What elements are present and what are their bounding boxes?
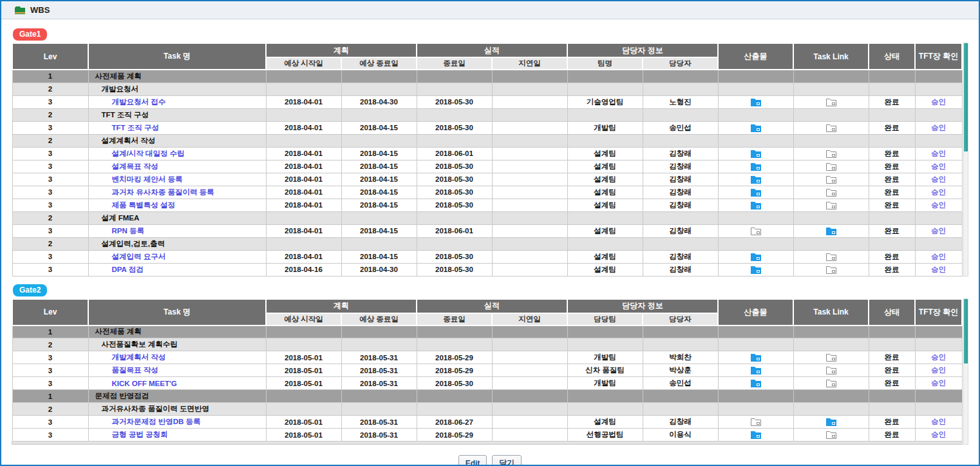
folder-outline-icon[interactable] — [826, 162, 836, 171]
deliverable-folder-icon[interactable] — [751, 124, 761, 132]
task-name-link[interactable]: DPA 점검 — [112, 266, 144, 273]
folder-outline-icon[interactable] — [826, 253, 836, 261]
folder-outline-icon[interactable] — [826, 379, 836, 387]
task-name-link[interactable]: KICK OFF MEET'G — [112, 380, 177, 387]
folder-outline-icon[interactable] — [751, 227, 761, 235]
folder-outline-icon[interactable] — [826, 188, 836, 197]
folder-outline-icon[interactable] — [826, 266, 836, 274]
owner-cell: 김창래 — [643, 263, 718, 276]
status-cell: 완료 — [869, 364, 915, 377]
task-link-cell — [793, 173, 869, 186]
task-name-link[interactable]: RPN 등록 — [112, 227, 144, 235]
folder-outline-icon[interactable] — [751, 418, 761, 426]
approve-link[interactable]: 승인 — [931, 353, 946, 361]
deliverable-folder-icon[interactable] — [751, 253, 761, 261]
team-cell: 설계팀 — [567, 147, 643, 160]
approve-link[interactable]: 승인 — [931, 124, 946, 131]
task-name-link[interactable]: 개발요청서 접수 — [112, 98, 166, 106]
delay-cell — [492, 199, 567, 211]
deliverable-folder-icon[interactable] — [826, 418, 836, 426]
deliverable-folder-icon[interactable] — [751, 266, 761, 274]
col-header-plan-start: 예상 시작일 — [266, 313, 341, 325]
tft-confirm-cell — [915, 134, 962, 147]
task-name-link[interactable]: 품질목표 작성 — [112, 366, 158, 374]
deliverable-folder-icon[interactable] — [751, 201, 761, 209]
approve-link[interactable]: 승인 — [931, 150, 946, 157]
gate1-scrollbar-thumb[interactable] — [964, 43, 968, 151]
delay-cell — [492, 351, 567, 364]
approve-link[interactable]: 승인 — [931, 98, 946, 106]
deliverable-folder-icon[interactable] — [751, 188, 761, 197]
deliverable-folder-icon[interactable] — [751, 162, 761, 171]
lev-cell: 3 — [12, 416, 88, 429]
task-name-link[interactable]: 개발계획서 작성 — [112, 353, 166, 361]
deliverable-folder-icon[interactable] — [751, 379, 761, 387]
deliverable-folder-icon[interactable] — [751, 353, 761, 362]
tft-confirm-cell: 승인 — [915, 351, 962, 364]
task-row: 3설계/시작 대일정 수립2018-04-012018-04-152018-06… — [12, 147, 962, 160]
plan-end-cell: 2018-05-31 — [341, 351, 417, 364]
gate1-scrollbar[interactable] — [963, 43, 968, 277]
deliverable-folder-icon[interactable] — [751, 98, 761, 106]
task-name-link[interactable]: TFT 조직 구성 — [112, 124, 159, 131]
approve-link[interactable]: 승인 — [931, 253, 946, 260]
task-name-link[interactable]: 설계목표 작성 — [112, 162, 158, 170]
plan-end-cell: 2018-04-30 — [341, 263, 417, 276]
owner-cell: 김창래 — [643, 250, 718, 263]
folder-outline-icon[interactable] — [826, 353, 836, 362]
col-header-plan-end: 예상 종료일 — [341, 57, 417, 70]
gate2-scrollbar-thumb[interactable] — [964, 299, 968, 364]
task-name-link[interactable]: 과거차 유사차종 품질이력 등록 — [112, 188, 214, 196]
approve-link[interactable]: 승인 — [931, 162, 946, 170]
approve-link[interactable]: 승인 — [931, 379, 946, 387]
plan-end-cell: 2018-04-15 — [341, 160, 417, 173]
plan-end-cell: 2018-04-30 — [341, 95, 417, 108]
plan-start-cell: 2018-04-01 — [266, 224, 341, 237]
team-cell — [567, 83, 643, 95]
deliverable-cell — [718, 364, 793, 377]
deliverable-folder-icon[interactable] — [751, 366, 761, 374]
edit-button[interactable]: Edit — [458, 455, 487, 466]
folder-outline-icon[interactable] — [826, 124, 836, 132]
deliverable-folder-icon[interactable] — [751, 150, 761, 158]
delay-cell — [492, 83, 567, 95]
team-cell: 설계팀 — [567, 160, 643, 173]
deliverable-folder-icon[interactable] — [751, 431, 761, 439]
folder-outline-icon[interactable] — [826, 150, 836, 158]
plan-end-cell: 2018-04-15 — [341, 121, 417, 134]
owner-cell: 김창래 — [643, 186, 718, 199]
tft-confirm-cell — [915, 211, 962, 224]
tft-confirm-cell: 승인 — [915, 95, 962, 108]
plan-end-cell: 2018-04-15 — [341, 199, 417, 211]
deliverable-folder-icon[interactable] — [751, 175, 761, 184]
folder-outline-icon[interactable] — [826, 431, 836, 439]
folder-outline-icon[interactable] — [826, 98, 836, 106]
approve-link[interactable]: 승인 — [931, 227, 946, 235]
task-name-link[interactable]: 설계입력 요구서 — [112, 253, 166, 260]
folder-outline-icon[interactable] — [826, 175, 836, 184]
plan-start-cell — [266, 108, 341, 121]
lev-cell: 3 — [12, 147, 88, 160]
plan-start-cell — [266, 211, 341, 224]
folder-outline-icon[interactable] — [826, 366, 836, 374]
task-name-link[interactable]: 설계/시작 대일정 수립 — [112, 150, 185, 157]
deliverable-folder-icon[interactable] — [826, 227, 836, 235]
close-button[interactable]: 닫기 — [492, 455, 522, 466]
approve-link[interactable]: 승인 — [931, 201, 946, 209]
task-row: 2설계입력,검토,출력 — [12, 237, 962, 250]
gate2-scrollbar[interactable] — [963, 298, 968, 445]
task-name-link[interactable]: 금형 공법 공청회 — [112, 431, 168, 438]
approve-link[interactable]: 승인 — [931, 431, 946, 438]
approve-link[interactable]: 승인 — [931, 188, 946, 196]
actual-end-cell — [417, 211, 492, 224]
lev-cell: 1 — [12, 325, 88, 338]
folder-outline-icon[interactable] — [826, 201, 836, 209]
deliverable-cell — [718, 224, 793, 237]
approve-link[interactable]: 승인 — [931, 266, 946, 273]
task-name-link[interactable]: 제품 특별특성 설정 — [112, 201, 175, 209]
task-name-link[interactable]: 벤치마킹 제안서 등록 — [112, 175, 183, 183]
approve-link[interactable]: 승인 — [931, 366, 946, 374]
task-name-link[interactable]: 과거차문제점 반영DB 등록 — [112, 418, 201, 425]
approve-link[interactable]: 승인 — [931, 418, 946, 425]
approve-link[interactable]: 승인 — [931, 175, 946, 183]
